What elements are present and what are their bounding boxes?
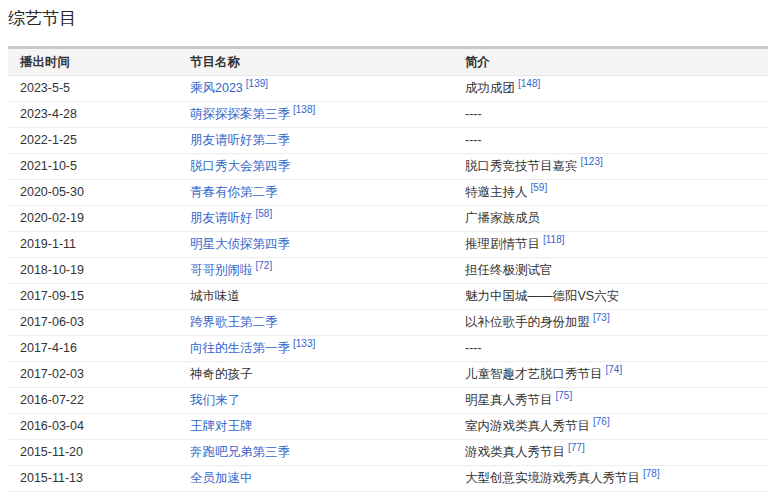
- intro-cell: 脱口秀竞技节目嘉宾[123]: [453, 154, 768, 180]
- table-row: 2017-4-16向往的生活第一季[133]----: [8, 336, 768, 362]
- intro-text: 儿童智趣才艺脱口秀节目: [465, 367, 603, 381]
- intro-cell: 广播家族成员: [453, 206, 768, 232]
- show-name-cell: 哥哥别闹啦[72]: [178, 258, 453, 284]
- table-row: 2019-1-11明星大侦探第四季推理剧情节目[118]: [8, 232, 768, 258]
- intro-cell: 儿童智趣才艺脱口秀节目[74]: [453, 362, 768, 388]
- show-name-cell: 神奇的孩子: [178, 362, 453, 388]
- citation-ref[interactable]: [58]: [256, 208, 273, 219]
- show-name-link[interactable]: 全员加速中: [190, 471, 253, 485]
- show-name-link[interactable]: 青春有你第二季: [190, 185, 278, 199]
- air-date-cell: 2022-1-25: [8, 128, 178, 154]
- air-date-text: 2022-1-25: [20, 133, 77, 147]
- citation-ref[interactable]: [139]: [246, 78, 268, 89]
- citation-ref[interactable]: [133]: [293, 338, 315, 349]
- air-date-cell: 2023-4-28: [8, 102, 178, 128]
- table-row: 2015-11-20奔跑吧兄弟第三季游戏类真人秀节目[77]: [8, 440, 768, 466]
- air-date-cell: 2017-09-15: [8, 284, 178, 310]
- citation-ref[interactable]: [76]: [593, 416, 610, 427]
- show-name-link[interactable]: 朋友请听好第二季: [190, 133, 290, 147]
- citation-ref[interactable]: [72]: [256, 260, 273, 271]
- intro-cell: 室内游戏类真人秀节目[76]: [453, 414, 768, 440]
- air-date-text: 2020-02-19: [20, 211, 84, 225]
- intro-text: 成功成团: [465, 81, 515, 95]
- show-name-cell: 跨界歌王第二季: [178, 310, 453, 336]
- show-name-link[interactable]: 王牌对王牌: [190, 419, 253, 433]
- citation-ref[interactable]: [74]: [606, 364, 623, 375]
- citation-ref[interactable]: [123]: [581, 156, 603, 167]
- intro-cell: 推理剧情节目[118]: [453, 232, 768, 258]
- table-row: 2023-5-5乘风2023[139]成功成团[148]: [8, 76, 768, 102]
- show-name-cell: 王牌对王牌: [178, 414, 453, 440]
- show-name-link[interactable]: 明星大侦探第四季: [190, 237, 290, 251]
- show-name-link[interactable]: 萌探探探案第三季: [190, 107, 290, 121]
- table-row: 2015-11-13全员加速中大型创意实境游戏秀真人秀节目[78]: [8, 466, 768, 492]
- air-date-text: 2017-02-03: [20, 367, 84, 381]
- air-date-cell: 2020-02-19: [8, 206, 178, 232]
- citation-ref[interactable]: [118]: [543, 234, 565, 245]
- citation-ref[interactable]: [78]: [643, 468, 660, 479]
- air-date-text: 2015-11-13: [20, 471, 83, 485]
- table-row: 2023-4-28萌探探探案第三季[138]----: [8, 102, 768, 128]
- citation-ref[interactable]: [77]: [568, 442, 585, 453]
- intro-cell: 游戏类真人秀节目[77]: [453, 440, 768, 466]
- show-name-cell: 城市味道: [178, 284, 453, 310]
- intro-text: 明星真人秀节目: [465, 393, 553, 407]
- air-date-cell: 2018-10-19: [8, 258, 178, 284]
- show-name-link[interactable]: 哥哥别闹啦: [190, 263, 253, 277]
- show-name-cell: 我们来了: [178, 388, 453, 414]
- air-date-text: 2023-5-5: [20, 81, 70, 95]
- citation-ref[interactable]: [75]: [556, 390, 573, 401]
- air-date-text: 2015-11-20: [20, 445, 83, 459]
- show-name-cell: 明星大侦探第四季: [178, 232, 453, 258]
- air-date-text: 2017-4-16: [20, 341, 77, 355]
- air-date-cell: 2017-06-03: [8, 310, 178, 336]
- intro-text: 广播家族成员: [465, 211, 540, 225]
- intro-cell: 明星真人秀节目[75]: [453, 388, 768, 414]
- intro-cell: 特邀主持人[59]: [453, 180, 768, 206]
- citation-ref[interactable]: [59]: [531, 182, 548, 193]
- show-name-cell: 青春有你第二季: [178, 180, 453, 206]
- air-date-text: 2018-10-19: [20, 263, 84, 277]
- intro-cell: 担任终极测试官: [453, 258, 768, 284]
- intro-text: 特邀主持人: [465, 185, 528, 199]
- citation-ref[interactable]: [148]: [518, 78, 540, 89]
- citation-ref[interactable]: [138]: [293, 104, 315, 115]
- intro-cell: 大型创意实境游戏秀真人秀节目[78]: [453, 466, 768, 492]
- intro-cell: 魅力中国城——德阳VS六安: [453, 284, 768, 310]
- article-section: 综艺节目 播出时间 节目名称 简介 2023-5-5乘风2023[139]成功成…: [0, 9, 768, 492]
- intro-cell: 以补位歌手的身份加盟[73]: [453, 310, 768, 336]
- show-name-link[interactable]: 向往的生活第一季: [190, 341, 290, 355]
- intro-text: 担任终极测试官: [465, 263, 553, 277]
- table-row: 2016-03-04王牌对王牌室内游戏类真人秀节目[76]: [8, 414, 768, 440]
- table-row: 2017-09-15城市味道魅力中国城——德阳VS六安: [8, 284, 768, 310]
- show-name-link[interactable]: 奔跑吧兄弟第三季: [190, 445, 290, 459]
- header-row: 播出时间 节目名称 简介: [8, 48, 768, 76]
- show-name-link[interactable]: 我们来了: [190, 393, 240, 407]
- variety-shows-table: 播出时间 节目名称 简介 2023-5-5乘风2023[139]成功成团[148…: [8, 46, 768, 492]
- citation-ref[interactable]: [73]: [593, 312, 610, 323]
- intro-text: ----: [465, 133, 482, 147]
- show-name-link[interactable]: 乘风2023: [190, 81, 243, 95]
- col-header-intro: 简介: [453, 48, 768, 76]
- show-name-link[interactable]: 朋友请听好: [190, 211, 253, 225]
- show-name-cell: 朋友请听好[58]: [178, 206, 453, 232]
- show-name-cell: 全员加速中: [178, 466, 453, 492]
- show-name-link[interactable]: 跨界歌王第二季: [190, 315, 278, 329]
- air-date-cell: 2017-4-16: [8, 336, 178, 362]
- intro-text: ----: [465, 107, 482, 121]
- table-row: 2017-06-03跨界歌王第二季以补位歌手的身份加盟[73]: [8, 310, 768, 336]
- intro-cell: 成功成团[148]: [453, 76, 768, 102]
- intro-text: 脱口秀竞技节目嘉宾: [465, 159, 578, 173]
- show-name-cell: 奔跑吧兄弟第三季: [178, 440, 453, 466]
- air-date-cell: 2016-03-04: [8, 414, 178, 440]
- show-name-link[interactable]: 脱口秀大会第四季: [190, 159, 290, 173]
- air-date-cell: 2017-02-03: [8, 362, 178, 388]
- table-row: 2018-10-19哥哥别闹啦[72]担任终极测试官: [8, 258, 768, 284]
- table-row: 2017-02-03神奇的孩子儿童智趣才艺脱口秀节目[74]: [8, 362, 768, 388]
- air-date-text: 2016-03-04: [20, 419, 84, 433]
- show-name-cell: 萌探探探案第三季[138]: [178, 102, 453, 128]
- table-row: 2020-05-30青春有你第二季特邀主持人[59]: [8, 180, 768, 206]
- air-date-cell: 2015-11-20: [8, 440, 178, 466]
- air-date-cell: 2023-5-5: [8, 76, 178, 102]
- intro-text: 魅力中国城——德阳VS六安: [465, 289, 619, 303]
